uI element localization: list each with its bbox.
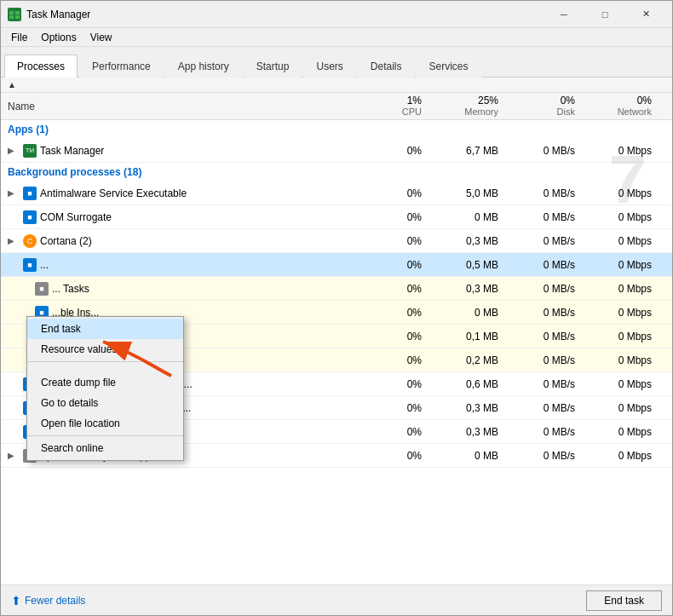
menu-view[interactable]: View	[83, 30, 119, 45]
cpu-value: 0%	[355, 235, 432, 247]
disk-value: 0 MB/s	[509, 426, 585, 438]
close-button[interactable]: ✕	[626, 1, 665, 28]
table-row[interactable]: ▶ ■ Antimalware Service Executable 0% 5,…	[1, 181, 672, 205]
cpu-percent: 1%	[355, 95, 422, 107]
memory-label: Memory	[432, 107, 498, 118]
menu-file[interactable]: File	[4, 30, 34, 45]
disk-value: 0 MB/s	[509, 235, 585, 247]
network-value: 0 Mbps	[585, 402, 662, 414]
network-value: 0 Mbps	[585, 426, 662, 438]
svg-rect-1	[15, 11, 20, 14]
network-value: 0 Mbps	[585, 331, 662, 343]
col-memory-header[interactable]: 25% Memory	[432, 95, 509, 118]
expand-icon[interactable]: ▶	[8, 451, 20, 460]
app-icon	[8, 8, 21, 21]
title-bar: Task Manager ─ □ ✕	[1, 1, 672, 28]
disk-value: 0 MB/s	[509, 402, 585, 414]
apps-section-header: Apps (1)	[1, 120, 672, 139]
cpu-value: 0%	[355, 331, 432, 343]
process-name-cell: ▶ C Cortana (2)	[1, 234, 355, 248]
process-icon: ■	[23, 210, 37, 224]
network-value: 0 Mbps	[585, 307, 662, 319]
network-value: 0 Mbps	[585, 450, 662, 462]
cpu-value: 0%	[355, 402, 432, 414]
table-row[interactable]: ■ COM Surrogate 0% 0 MB 0 MB/s 0 Mbps	[1, 205, 672, 229]
process-name: ...	[40, 259, 49, 271]
disk-value: 0 MB/s	[509, 354, 585, 366]
process-name-cell: ■ ... Tasks	[1, 282, 355, 296]
column-headers: Name 1% CPU 25% Memory 0% Disk 0% Networ…	[1, 93, 672, 120]
table-row[interactable]: ■ ... 0% 0,5 MB 0 MB/s 0 Mbps	[1, 253, 672, 277]
memory-value: 0,1 MB	[432, 331, 509, 343]
col-disk-header[interactable]: 0% Disk	[509, 95, 585, 118]
expand-icon[interactable]: ▶	[8, 236, 20, 245]
expand-icon[interactable]: ▶	[8, 188, 20, 198]
disk-label: Disk	[509, 107, 575, 118]
ctx-open-file-location[interactable]: Go to details	[27, 393, 183, 413]
disk-percent: 0%	[509, 95, 575, 107]
tab-bar: Processes Performance App history Startu…	[1, 47, 672, 78]
process-name: ... Tasks	[52, 283, 89, 295]
disk-value: 0 MB/s	[509, 307, 585, 319]
memory-value: 0,2 MB	[432, 354, 509, 366]
menu-bar: File Options View	[1, 28, 672, 47]
tab-performance[interactable]: Performance	[79, 55, 164, 78]
col-name-header[interactable]: Name	[1, 101, 355, 112]
ctx-resource-values[interactable]: Resource values	[27, 339, 183, 360]
network-value: 0 Mbps	[585, 354, 662, 366]
cpu-value: 0%	[355, 259, 432, 271]
col-cpu-header[interactable]: 1% CPU	[355, 95, 432, 118]
ctx-go-to-details[interactable]: Create dump file	[27, 372, 183, 393]
tab-services[interactable]: Services	[417, 55, 481, 78]
col-network-header[interactable]: 0% Network	[585, 95, 662, 118]
table-row[interactable]: ▶ C Cortana (2) 0% 0,3 MB 0 MB/s 0 Mbps	[1, 229, 672, 253]
tab-processes[interactable]: Processes	[4, 55, 78, 78]
memory-value: 5,0 MB	[432, 187, 509, 199]
ctx-separator-1	[27, 361, 183, 362]
ctx-end-task[interactable]: End task	[27, 319, 183, 339]
process-icon: ■	[23, 258, 37, 272]
ctx-create-dump[interactable]	[27, 364, 183, 372]
cpu-value: 0%	[355, 187, 432, 199]
menu-options[interactable]: Options	[34, 30, 83, 45]
network-value: 0 Mbps	[585, 145, 662, 157]
process-name: COM Surrogate	[40, 211, 112, 223]
table-row[interactable]: ▶ TM Task Manager 0% 6,7 MB 0 MB/s 0 Mbp…	[1, 139, 672, 163]
memory-value: 6,7 MB	[432, 145, 509, 157]
memory-value: 0,5 MB	[432, 259, 509, 271]
cpu-value: 0%	[355, 211, 432, 223]
cpu-value: 0%	[355, 354, 432, 366]
cpu-value: 0%	[355, 283, 432, 295]
disk-value: 0 MB/s	[509, 283, 585, 295]
network-value: 0 Mbps	[585, 259, 662, 271]
fewer-details-icon: ⬆	[11, 594, 21, 607]
ctx-properties[interactable]: Search online	[27, 438, 183, 458]
end-task-button[interactable]: End task	[586, 590, 662, 611]
maximize-button[interactable]: □	[585, 1, 624, 28]
footer-bar: ⬆ Fewer details End task	[1, 584, 672, 615]
process-name: Antimalware Service Executable	[40, 187, 187, 199]
minimize-button[interactable]: ─	[544, 1, 584, 28]
expand-icon[interactable]: ▶	[8, 146, 20, 155]
network-value: 0 Mbps	[585, 187, 662, 199]
fewer-details-label: Fewer details	[25, 595, 85, 607]
network-value: 0 Mbps	[585, 235, 662, 247]
ctx-search-online[interactable]: Open file location	[27, 413, 183, 434]
sort-arrow-icon: ▲	[8, 80, 16, 89]
memory-value: 0,3 MB	[432, 235, 509, 247]
tab-app-history[interactable]: App history	[165, 55, 242, 78]
table-row[interactable]: ■ ... Tasks 0% 0,3 MB 0 MB/s 0 Mbps	[1, 277, 672, 301]
tab-users[interactable]: Users	[303, 55, 355, 78]
window-controls: ─ □ ✕	[544, 1, 665, 28]
disk-value: 0 MB/s	[509, 145, 585, 157]
bg-section-header: Background processes (18)	[1, 163, 672, 181]
process-name: Cortana (2)	[40, 235, 92, 247]
process-icon: ■	[23, 187, 37, 200]
network-percent: 0%	[585, 95, 652, 107]
memory-value: 0 MB	[432, 211, 509, 223]
process-name-cell: ▶ ■ Antimalware Service Executable	[1, 187, 355, 200]
cpu-value: 0%	[355, 145, 432, 157]
fewer-details-button[interactable]: ⬆ Fewer details	[11, 594, 85, 607]
tab-startup[interactable]: Startup	[244, 55, 302, 78]
tab-details[interactable]: Details	[358, 55, 415, 78]
